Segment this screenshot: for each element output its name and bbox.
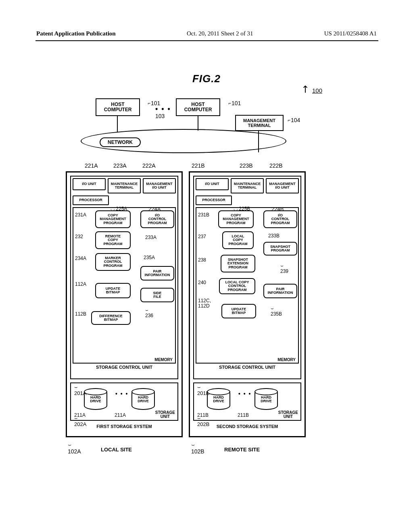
ref-102a: ⌣102A xyxy=(68,441,81,455)
io-unit-a: I/O UNIT xyxy=(73,178,106,190)
ref-223b: 223B xyxy=(240,162,253,169)
copy-mgmt-prog-a: COPY MANAGEMENT PROGRAM xyxy=(95,210,131,228)
network-label: NETWORK xyxy=(100,137,141,147)
copy-mgmt-prog-b: COPY MANAGEMENT PROGRAM xyxy=(218,210,254,228)
management-io-unit-b: MANAGEMENT I/O UNIT xyxy=(266,178,299,193)
management-terminal-top: MANAGEMENT TERMINAL xyxy=(235,115,284,131)
ref-222b: 222B xyxy=(269,162,283,169)
ref-211a-2: 211A xyxy=(115,412,126,418)
memory-label-b: MEMORY xyxy=(277,357,296,362)
ref-102b: ⌣102B xyxy=(191,441,204,455)
date-sheet: Oct. 20, 2011 Sheet 2 of 31 xyxy=(187,30,253,37)
io-control-prog-b: I/O CONTROL PROGRAM xyxy=(263,210,297,228)
ref-234a: 234A xyxy=(75,256,86,261)
ref-112b: 112B xyxy=(75,311,86,317)
difference-bitmap: DIFFERENCE BITMAP xyxy=(91,311,131,325)
side-file: SIDE FILE xyxy=(140,288,174,302)
remote-copy-prog: REMOTE COPY PROGRAM xyxy=(95,231,131,249)
header-rule xyxy=(35,40,378,41)
processor-a: PROCESSOR xyxy=(73,195,109,205)
ellipsis-hosts: • • • xyxy=(155,105,171,113)
connector-line xyxy=(117,116,118,132)
ref-240: 240 xyxy=(198,280,206,285)
management-io-unit-a: MANAGEMENT I/O UNIT xyxy=(143,178,176,193)
ref-239: ⌣239 xyxy=(280,263,288,274)
connector-line xyxy=(198,116,198,131)
ref-231a: 231A xyxy=(75,212,86,218)
host-computer-left: HOST COMPUTER xyxy=(96,98,140,116)
maintenance-terminal-a: MAINTENANCE TERMINAL xyxy=(108,178,141,193)
ref-101-right: ⌐101 xyxy=(228,100,241,106)
maintenance-terminal-b: MAINTENANCE TERMINAL xyxy=(231,178,264,193)
storage-control-unit-a: I/O UNIT MAINTENANCE TERMINAL MANAGEMENT… xyxy=(70,176,178,379)
ref-233a: 233A xyxy=(145,235,156,240)
snapshot-ext-prog: SNAPSHOT EXTENSION PROGRAM xyxy=(221,255,255,272)
ref-232: 232 xyxy=(75,234,83,239)
ellipsis-drives-a: • • • xyxy=(115,391,128,397)
ref-231b: 231B xyxy=(198,212,209,218)
host-computer-right: HOST COMPUTER xyxy=(176,98,220,116)
update-bitmap-a: UPDATE BITMAP xyxy=(95,283,131,298)
marker-ctrl-prog: MARKER CONTROL PROGRAM xyxy=(95,253,131,271)
update-bitmap-b: UPDATE BITMAP xyxy=(221,304,256,318)
ref-237: 237 xyxy=(198,234,206,239)
page-header: Patent Application Publication Oct. 20, … xyxy=(36,30,377,37)
ref-235a: 235A xyxy=(144,255,155,260)
ref-211b-2: 211B xyxy=(238,412,249,418)
memory-label-a: MEMORY xyxy=(154,357,173,362)
figure-title: FIG.2 xyxy=(0,73,413,85)
storage-unit-title-b: STORAGE UNIT xyxy=(278,411,298,419)
memory-b: 231B 237 238 240 112C, 112D COPY MANAGEM… xyxy=(196,207,299,364)
ref-104: ⌐104 xyxy=(287,117,300,123)
ref-236: ⌣236 xyxy=(145,307,153,318)
scu-title-b: STORAGE CONTROL UNIT xyxy=(196,365,299,370)
pair-info-a: PAIR INFORMATION xyxy=(140,266,174,281)
ref-1o12a: 112A xyxy=(75,281,86,287)
first-storage-system: I/O UNIT MAINTENANCE TERMINAL MANAGEMENT… xyxy=(66,171,183,437)
scu-title-a: STORAGE CONTROL UNIT xyxy=(73,365,176,370)
pair-info-b: PAIR INFORMATION xyxy=(263,284,297,298)
local-copy-prog: LOCAL COPY PROGRAM xyxy=(222,231,254,249)
pub-label: Patent Application Publication xyxy=(36,30,116,37)
ref-202a: ⌣202A xyxy=(74,415,86,427)
snapshot-prog: SNAPSHOT PROGRAM xyxy=(263,242,297,256)
ref-223a: 223A xyxy=(113,162,127,169)
system-ref-100: ↙ 100 xyxy=(302,85,322,96)
hard-drive-b1: HARD DRIVE xyxy=(207,389,230,410)
processor-b: PROCESSOR xyxy=(196,195,232,205)
ellipsis-drives-b: • • • xyxy=(238,391,251,397)
ref-221b: 221B xyxy=(192,162,205,169)
local-site-title: LOCAL SITE xyxy=(101,447,132,453)
storage-unit-title-a: STORAGE UNIT xyxy=(155,411,175,419)
ref-235b: ⌣235B xyxy=(271,305,282,317)
local-copy-ctrl-prog: LOCAL COPY CONTROL PROGRAM xyxy=(219,278,255,294)
ref-221a: 221A xyxy=(85,162,98,169)
hard-drive-a2: HARD DRIVE xyxy=(131,389,155,410)
ref-202b: ⌣202B xyxy=(197,415,209,427)
ref-238: 238 xyxy=(198,257,206,263)
ref-222a: 222A xyxy=(142,162,156,169)
io-unit-b: I/O UNIT xyxy=(196,178,229,190)
memory-a: 231A 232 234A 112A 112B COPY MANAGEMENT … xyxy=(73,207,176,364)
storage-control-unit-b: I/O UNIT MAINTENANCE TERMINAL MANAGEMENT… xyxy=(193,176,301,379)
remote-site-title: REMOTE SITE xyxy=(224,447,260,453)
hard-drive-a1: HARD DRIVE xyxy=(84,389,107,410)
ref-112cd: 112C, 112D xyxy=(198,298,211,309)
second-storage-system: I/O UNIT MAINTENANCE TERMINAL MANAGEMENT… xyxy=(189,171,306,437)
pub-number: US 2011/0258408 A1 xyxy=(324,30,377,37)
ref-233b: 233B xyxy=(268,233,280,239)
hard-drive-b2: HARD DRIVE xyxy=(254,389,278,410)
ref-103: 103 xyxy=(155,113,165,119)
io-control-prog-a: I/O CONTROL PROGRAM xyxy=(140,210,174,228)
connector-line xyxy=(258,131,259,152)
